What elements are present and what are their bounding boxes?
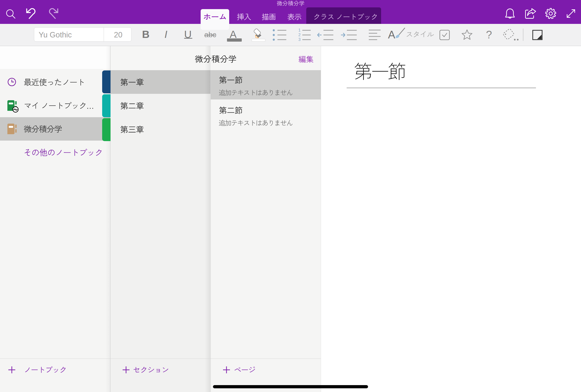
svg-text:1: 1 xyxy=(298,28,301,32)
svg-text:3: 3 xyxy=(298,38,301,42)
svg-text:2: 2 xyxy=(298,33,301,37)
